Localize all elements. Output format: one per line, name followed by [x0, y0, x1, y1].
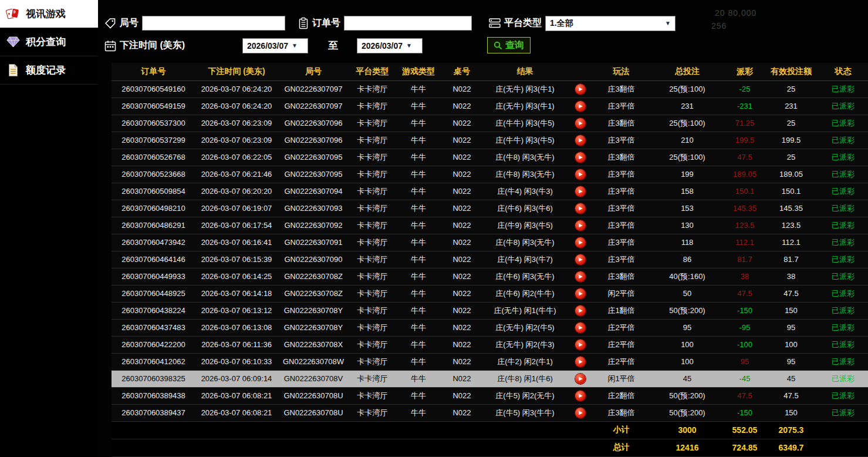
- chevron-down-icon: ▼: [406, 42, 412, 49]
- cell-platform: 卡卡湾厅: [349, 217, 396, 234]
- cell-result: 庄(牛5) 闲2(无牛): [482, 387, 568, 404]
- table-row[interactable]: 2603070604739422026-03-07 06:16:41GN0222…: [112, 234, 868, 251]
- table-row[interactable]: 2603070605491602026-03-07 06:24:20GN0222…: [112, 80, 868, 98]
- play-video-button[interactable]: ▶: [575, 169, 586, 180]
- cell-table-no: N022: [441, 200, 482, 217]
- cell-order-no: 260307060422200: [112, 336, 195, 353]
- table-row[interactable]: 2603070605373002026-03-07 06:23:09GN0222…: [112, 115, 868, 132]
- round-label: 局号: [120, 17, 139, 29]
- subtotal-row: 小计3000552.052075.3: [112, 421, 868, 439]
- query-button[interactable]: 查询: [487, 37, 531, 53]
- cell-table-no: N022: [441, 336, 482, 353]
- subtotal-spacer: [112, 421, 593, 439]
- table-row[interactable]: 2603070605491592026-03-07 06:24:20GN0222…: [112, 98, 868, 115]
- cell-result: 庄(无牛) 闲3(牛1): [482, 98, 568, 115]
- cell-status: 已派彩: [818, 387, 868, 404]
- play-video-button[interactable]: ▶: [575, 203, 586, 214]
- play-video-button[interactable]: ▶: [575, 340, 586, 350]
- sidebar-item-video-games[interactable]: 9 ♦ 视讯游戏: [0, 0, 98, 28]
- chevron-down-icon: ▼: [292, 42, 298, 49]
- table-row[interactable]: 2603070604222002026-03-07 06:11:36GN0222…: [112, 336, 868, 353]
- table-row[interactable]: 2603070604374832026-03-07 06:13:08GN0222…: [112, 319, 868, 336]
- table-row[interactable]: 2603070603983252026-03-07 06:09:14GN0222…: [112, 370, 868, 387]
- cell-status: 已派彩: [818, 302, 868, 319]
- cell-valid-bet: 81.7: [764, 251, 818, 268]
- table-row[interactable]: 2603070604499332026-03-07 06:14:25GN0222…: [112, 268, 868, 285]
- cell-bet-time: 2026-03-07 06:19:07: [195, 200, 278, 217]
- play-video-button[interactable]: ▶: [575, 101, 586, 112]
- cell-total-bet: 86: [649, 251, 725, 268]
- play-video-button[interactable]: ▶: [575, 408, 586, 418]
- play-video-button[interactable]: ▶: [575, 237, 586, 248]
- table-row[interactable]: 2603070604489252026-03-07 06:14:18GN0222…: [112, 285, 868, 302]
- sidebar-item-label: 额度记录: [26, 63, 66, 77]
- play-video-button[interactable]: ▶: [575, 118, 586, 129]
- cell-play-type: 庄3翻倍: [593, 404, 649, 421]
- table-row[interactable]: 2603070605372992026-03-07 06:23:09GN0222…: [112, 132, 868, 149]
- order-input[interactable]: [344, 16, 472, 31]
- play-video-button[interactable]: ▶: [575, 305, 586, 316]
- cell-table-no: N022: [441, 353, 482, 370]
- subtotal-total-bet: 3000: [649, 421, 725, 439]
- sidebar-item-points-query[interactable]: 积分查询: [0, 28, 98, 56]
- cell-game-type: 牛牛: [396, 98, 441, 115]
- cell-game-type: 牛牛: [396, 234, 441, 251]
- cell-status: 已派彩: [818, 268, 868, 285]
- round-input[interactable]: [142, 16, 285, 31]
- table-row[interactable]: 2603070605098542026-03-07 06:20:20GN0222…: [112, 183, 868, 200]
- play-video-button[interactable]: ▶: [575, 357, 586, 367]
- cell-payout: -25: [725, 80, 764, 98]
- cell-round-no: GN0222630708Y: [278, 319, 349, 336]
- cell-valid-bet: 45: [764, 370, 818, 387]
- play-video-button[interactable]: ▶: [575, 186, 586, 197]
- cell-bet-time: 2026-03-07 06:13:08: [195, 319, 278, 336]
- platform-select[interactable]: 1.全部 ▼: [545, 16, 676, 31]
- play-video-button[interactable]: ▶: [575, 374, 586, 384]
- table-row[interactable]: 2603070604641462026-03-07 06:15:39GN0222…: [112, 251, 868, 268]
- cell-payout: 47.5: [725, 149, 764, 166]
- cell-valid-bet: 150: [764, 302, 818, 319]
- cell-video: ▶: [568, 336, 593, 353]
- total-payout: 724.85: [725, 439, 764, 456]
- play-video-button[interactable]: ▶: [575, 220, 586, 231]
- table-row[interactable]: 2603070603894372026-03-07 06:08:21GN0222…: [112, 404, 868, 421]
- play-video-button[interactable]: ▶: [575, 84, 586, 95]
- date-range-to-label: 至: [328, 38, 338, 53]
- table-row[interactable]: 2603070604382242026-03-07 06:13:12GN0222…: [112, 302, 868, 319]
- cell-table-no: N022: [441, 98, 482, 115]
- play-video-button[interactable]: ▶: [575, 322, 586, 333]
- cell-total-bet: 158: [649, 183, 725, 200]
- cell-table-no: N022: [441, 319, 482, 336]
- cell-valid-bet: 231: [764, 98, 818, 115]
- play-video-button[interactable]: ▶: [575, 152, 586, 163]
- cell-round-no: GN0222630708Y: [278, 302, 349, 319]
- sidebar-item-credit-records[interactable]: 额度记录: [0, 56, 98, 85]
- cell-bet-time: 2026-03-07 06:13:12: [195, 302, 278, 319]
- cell-round-no: GN02226307095: [278, 166, 349, 183]
- cell-status: 已派彩: [818, 285, 868, 302]
- cell-video: ▶: [568, 404, 593, 421]
- table-row[interactable]: 2603070605267682026-03-07 06:22:05GN0222…: [112, 149, 868, 166]
- play-video-button[interactable]: ▶: [575, 288, 586, 299]
- play-video-button[interactable]: ▶: [575, 391, 586, 401]
- date-to-select[interactable]: 2026/03/07 ▼: [357, 38, 423, 53]
- cell-video: ▶: [568, 353, 593, 370]
- table-row[interactable]: 2603070604982102026-03-07 06:19:07GN0222…: [112, 200, 868, 217]
- cell-order-no: 260307060549160: [112, 80, 195, 98]
- cell-platform: 卡卡湾厅: [349, 183, 396, 200]
- col-header-video: [568, 63, 593, 80]
- play-video-button[interactable]: ▶: [575, 254, 586, 265]
- table-row[interactable]: 2603070604862912026-03-07 06:17:54GN0222…: [112, 217, 868, 234]
- date-from-select[interactable]: 2026/03/07 ▼: [242, 38, 308, 53]
- col-header-3: 平台类型: [349, 63, 396, 80]
- table-row[interactable]: 2603070604120622026-03-07 06:10:33GN0222…: [112, 353, 868, 370]
- table-row[interactable]: 2603070605236682026-03-07 06:21:46GN0222…: [112, 166, 868, 183]
- play-video-button[interactable]: ▶: [575, 135, 586, 146]
- cell-payout: 95: [725, 353, 764, 370]
- calendar-icon: [104, 40, 116, 52]
- cell-order-no: 260307060537299: [112, 132, 195, 149]
- cell-bet-time: 2026-03-07 06:24:20: [195, 80, 278, 98]
- table-row[interactable]: 2603070603894382026-03-07 06:08:21GN0222…: [112, 387, 868, 404]
- play-video-button[interactable]: ▶: [575, 271, 586, 282]
- cell-bet-time: 2026-03-07 06:14:18: [195, 285, 278, 302]
